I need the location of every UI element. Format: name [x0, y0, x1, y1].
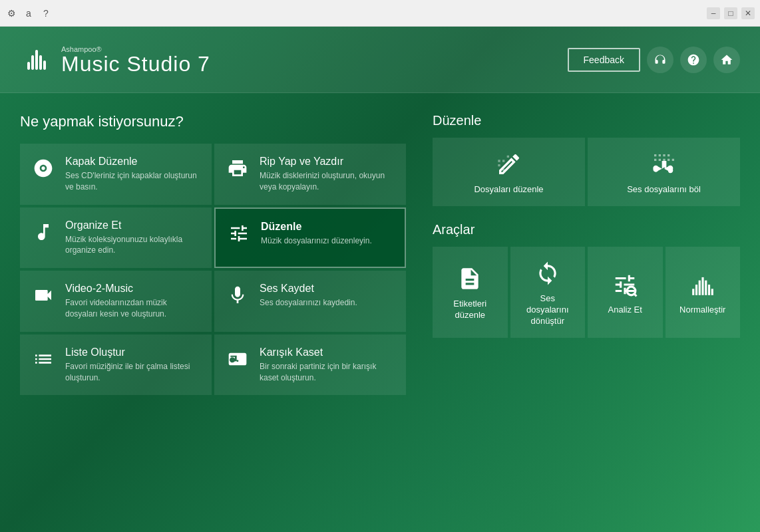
- tag-icon: [457, 265, 483, 292]
- dosyalari-duzenle-label: Dosyaları düzenle: [474, 184, 543, 196]
- app-name: Music Studio 7: [61, 53, 210, 74]
- equalizer-icon: [226, 221, 252, 246]
- svg-rect-8: [711, 289, 713, 295]
- menu-item-karisik-kaset[interactable]: Karışık Kaset Bir sonraki partiniz için …: [214, 334, 406, 396]
- svg-rect-5: [701, 277, 703, 295]
- menu-item-organize-et[interactable]: Organize Et Müzik koleksiyonunuzu kolayl…: [20, 207, 212, 269]
- liste-olustur-title: Liste Oluştur: [65, 346, 201, 358]
- duzenle-desc: Müzik dosyalarınızı düzenleyin.: [261, 235, 394, 247]
- home-button[interactable]: [713, 47, 740, 73]
- svg-rect-2: [692, 289, 694, 295]
- liste-olustur-desc: Favori müziğiniz ile bir çalma listesi o…: [65, 361, 201, 384]
- right-panel: Düzenle Dosyaları düzenle: [433, 113, 740, 519]
- menu-grid: Kapak Düzenle Ses CD'leriniz için kapakl…: [20, 144, 406, 395]
- ses-kaydet-title: Ses Kaydet: [260, 283, 395, 295]
- kapak-duzenle-desc: Ses CD'leriniz için kapaklar oluşturun v…: [65, 170, 201, 193]
- organize-et-desc: Müzik koleksiyonunuzu kolaylıkla organiz…: [65, 234, 201, 257]
- logo-area: Ashampoo® Music Studio 7: [20, 45, 210, 74]
- left-panel: Ne yapmak istiyorsunuz? Kapak Düzenle Se…: [20, 113, 406, 519]
- gear-icon[interactable]: ⚙: [5, 7, 17, 19]
- logo-bar-5: [43, 61, 46, 70]
- list-icon: [31, 346, 56, 372]
- ses-kaydet-desc: Ses dosyalarınızı kaydedin.: [260, 297, 395, 309]
- titlebar-controls: – □ ✕: [707, 7, 755, 19]
- logo-bar-3: [35, 50, 38, 70]
- feature-tile-etiketleri-duzenle[interactable]: Etiketleri düzenle: [433, 247, 508, 338]
- donustur-label: Ses dosyalarını dönüştür: [518, 293, 578, 327]
- header-right: Feedback: [568, 47, 740, 73]
- feature-tile-dosyalari-duzenle[interactable]: Dosyaları düzenle: [433, 138, 585, 206]
- left-section-title: Ne yapmak istiyorsunuz?: [20, 113, 406, 130]
- headphones-button[interactable]: [647, 47, 673, 73]
- logo-bar-1: [27, 62, 30, 70]
- karisik-kaset-desc: Bir sonraki partiniz için bir karışık ka…: [260, 361, 395, 384]
- ses-kaydet-text: Ses Kaydet Ses dosyalarınızı kaydedin.: [260, 283, 395, 309]
- feature-tile-ses-bol[interactable]: Ses dosyalarını böl: [588, 138, 740, 206]
- logo-icon: [20, 47, 53, 73]
- main-content: Ne yapmak istiyorsunuz? Kapak Düzenle Se…: [0, 93, 760, 532]
- video2music-title: Video-2-Music: [65, 283, 201, 295]
- svg-rect-4: [698, 280, 700, 295]
- help-circle-button[interactable]: [680, 47, 707, 73]
- menu-item-liste-olustur[interactable]: Liste Oluştur Favori müziğiniz ile bir ç…: [20, 334, 212, 396]
- feature-tile-normallestir[interactable]: Normalleştir: [665, 247, 741, 338]
- menu-item-kapak-duzenle[interactable]: Kapak Düzenle Ses CD'leriniz için kapakl…: [20, 144, 212, 205]
- duzenle-text: Düzenle Müzik dosyalarınızı düzenleyin.: [261, 221, 394, 247]
- duzenle-title: Düzenle: [261, 221, 394, 233]
- waveform-cut-icon: [651, 151, 677, 178]
- svg-rect-6: [705, 280, 707, 295]
- araclar-subsection: Araçlar Etiketleri düzenle: [433, 222, 740, 338]
- user-icon[interactable]: а: [23, 7, 35, 19]
- normallestir-label: Normalleştir: [679, 305, 725, 316]
- organize-et-text: Organize Et Müzik koleksiyonunuzu kolayl…: [65, 219, 201, 257]
- titlebar: ⚙ а ? – □ ✕: [0, 0, 760, 27]
- titlebar-left: ⚙ а ?: [5, 7, 52, 19]
- menu-item-ses-kaydet[interactable]: Ses Kaydet Ses dosyalarınızı kaydedin.: [214, 271, 406, 332]
- app-header: Ashampoo® Music Studio 7 Feedback: [0, 27, 760, 93]
- menu-item-rip-yap[interactable]: Rip Yap ve Yazdır Müzik disklerinizi olu…: [214, 144, 406, 205]
- printer-icon: [225, 156, 250, 181]
- video2music-text: Video-2-Music Favori videolarınızdan müz…: [65, 283, 201, 320]
- araclar-section-title: Araçlar: [433, 222, 740, 237]
- mic-icon: [225, 283, 250, 308]
- restore-button[interactable]: □: [724, 7, 737, 19]
- logo-bar-2: [31, 55, 34, 70]
- menu-item-duzenle[interactable]: Düzenle Müzik dosyalarınızı düzenleyin.: [214, 207, 406, 269]
- rip-yap-title: Rip Yap ve Yazdır: [260, 156, 395, 168]
- kapak-duzenle-title: Kapak Düzenle: [65, 156, 201, 168]
- menu-item-video2music[interactable]: Video-2-Music Favori videolarınızdan müz…: [20, 271, 212, 332]
- karisik-kaset-text: Karışık Kaset Bir sonraki partiniz için …: [260, 346, 395, 384]
- duzenle-grid: Dosyaları düzenle Ses dosyalar: [433, 138, 740, 206]
- logo-text: Ashampoo® Music Studio 7: [61, 45, 210, 74]
- music-notes-icon: [31, 219, 56, 245]
- svg-rect-7: [708, 285, 710, 295]
- karisik-kaset-title: Karışık Kaset: [260, 346, 395, 358]
- feedback-button[interactable]: Feedback: [568, 48, 640, 72]
- rip-yap-desc: Müzik disklerinizi oluşturun, okuyun vey…: [260, 170, 395, 193]
- duzenle-section-title: Düzenle: [433, 113, 740, 128]
- feature-tile-analiz-et[interactable]: Analiz Et: [588, 247, 663, 338]
- duzenle-subsection: Düzenle Dosyaları düzenle: [433, 113, 740, 206]
- cassette-icon: [225, 346, 250, 372]
- convert-icon: [534, 260, 561, 287]
- svg-rect-3: [695, 285, 697, 295]
- logo-bars: [27, 50, 46, 70]
- minimize-button[interactable]: –: [707, 7, 720, 19]
- disc-icon: [31, 156, 56, 181]
- etiketleri-duzenle-label: Etiketleri düzenle: [441, 299, 500, 321]
- app-container: Ashampoo® Music Studio 7 Feedback: [0, 27, 760, 532]
- video-icon: [31, 283, 56, 308]
- help-icon[interactable]: ?: [40, 7, 52, 19]
- kapak-duzenle-text: Kapak Düzenle Ses CD'leriniz için kapakl…: [65, 156, 201, 193]
- feature-tile-donustur[interactable]: Ses dosyalarını dönüştür: [510, 247, 586, 338]
- svg-line-1: [635, 294, 637, 296]
- analiz-et-label: Analiz Et: [608, 305, 642, 316]
- video2music-desc: Favori videolarınızdan müzik dosyaları k…: [65, 297, 201, 320]
- araclar-grid: Etiketleri düzenle Ses dosyalarını dönüş…: [433, 247, 740, 338]
- close-button[interactable]: ✕: [741, 7, 755, 19]
- normalize-icon: [689, 271, 716, 298]
- liste-olustur-text: Liste Oluştur Favori müziğiniz ile bir ç…: [65, 346, 201, 384]
- waveform-edit-icon: [496, 151, 522, 178]
- organize-et-title: Organize Et: [65, 219, 201, 231]
- svg-point-0: [627, 287, 636, 295]
